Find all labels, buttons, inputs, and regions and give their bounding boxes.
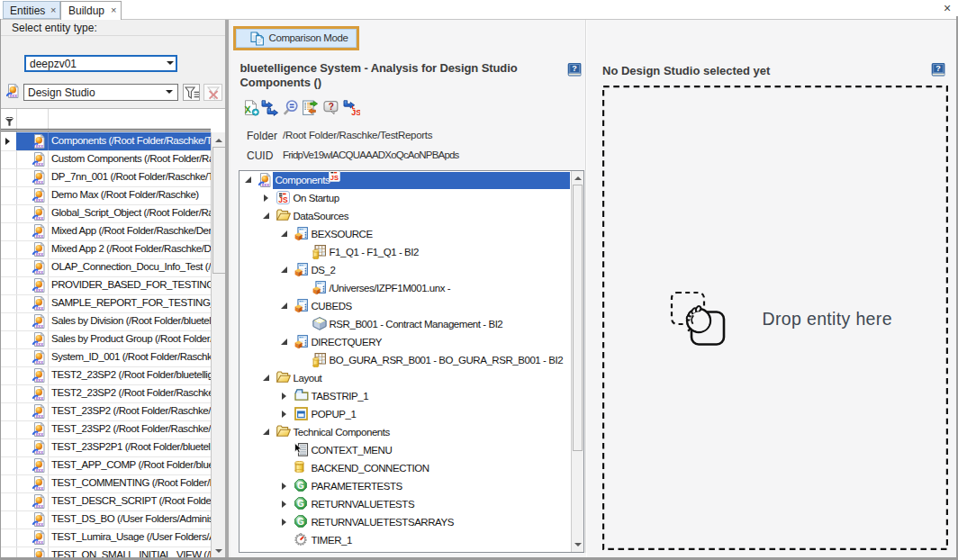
- svg-text:xxx: xxx: [36, 413, 44, 419]
- svg-text:xxx: xxx: [36, 359, 44, 365]
- svg-text:?: ?: [572, 64, 577, 73]
- svg-text:JS: JS: [330, 174, 339, 182]
- svg-text:xxx: xxx: [36, 503, 44, 509]
- svg-text:?: ?: [329, 102, 334, 112]
- svg-text:xxx: xxx: [36, 251, 44, 257]
- svg-text:G: G: [297, 517, 304, 527]
- svg-text:xxx: xxx: [36, 161, 44, 167]
- svg-text:JS: JS: [278, 195, 288, 204]
- svg-text:xxx: xxx: [36, 323, 44, 329]
- svg-text:xxx: xxx: [36, 431, 44, 437]
- svg-text:xxx: xxx: [36, 521, 44, 527]
- svg-text:xxx: xxx: [36, 449, 44, 455]
- svg-text:xxx: xxx: [36, 467, 44, 473]
- svg-text:xxx: xxx: [36, 269, 44, 275]
- svg-text:xxx: xxx: [36, 197, 44, 203]
- svg-text:xxx: xxx: [262, 182, 270, 187]
- svg-text:xxx: xxx: [36, 179, 44, 185]
- svg-text:xxx: xxx: [36, 143, 44, 149]
- svg-text:xxx: xxx: [36, 539, 44, 545]
- svg-text:xxx: xxx: [36, 485, 44, 491]
- svg-text:G: G: [297, 499, 304, 509]
- svg-text:xxx: xxx: [36, 287, 44, 293]
- svg-text:xxx: xxx: [36, 215, 44, 221]
- svg-text:G: G: [297, 481, 304, 491]
- svg-text:xxx: xxx: [36, 377, 44, 383]
- svg-text:xxx: xxx: [10, 93, 18, 98]
- svg-text:xxx: xxx: [36, 233, 44, 239]
- svg-text:?: ?: [935, 64, 941, 73]
- svg-text:xxx: xxx: [36, 341, 44, 347]
- svg-text:xxx: xxx: [36, 395, 44, 401]
- svg-text:JS: JS: [351, 108, 360, 116]
- svg-text:xxx: xxx: [36, 305, 44, 311]
